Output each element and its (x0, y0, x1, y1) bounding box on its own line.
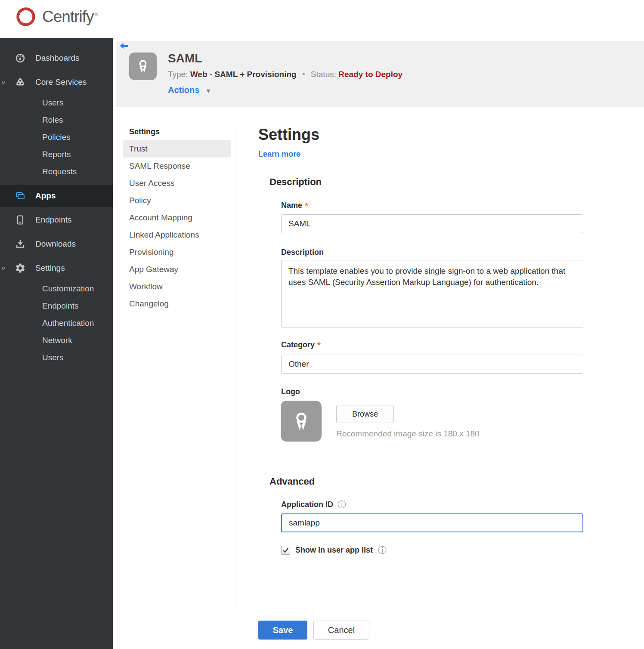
save-button[interactable]: Save (258, 621, 307, 640)
sidebar-item-core-services[interactable]: ∨ Core Services (0, 72, 113, 93)
vertical-divider (236, 128, 236, 611)
name-field[interactable] (281, 214, 583, 233)
sidebar-subitem-label: Reports (42, 150, 71, 159)
actions-label: Actions (168, 85, 199, 95)
back-arrow-icon (119, 41, 129, 51)
centrify-logo-icon (15, 6, 37, 28)
gear-icon (15, 263, 26, 274)
sidebar-item-requests[interactable]: Requests (0, 163, 113, 180)
sidebar-item-label: Apps (35, 191, 56, 201)
cancel-button[interactable]: Cancel (313, 621, 369, 640)
sidebar-item-label: Downloads (35, 239, 76, 249)
logo-label: Logo (281, 387, 300, 396)
subnav-item-label: SAML Response (129, 161, 190, 171)
subnav-item-label: App Gateway (129, 265, 178, 274)
form-footer: Save Cancel (258, 621, 369, 640)
sidebar-item-authentication[interactable]: Authentication (0, 315, 113, 332)
info-icon[interactable]: ⓘ (337, 499, 346, 510)
sidebar-item-endpoints[interactable]: Endpoints (0, 210, 113, 230)
sidebar-subitem-label: Requests (42, 167, 77, 176)
gauge-icon (15, 53, 26, 64)
subnav-item-linked-applications[interactable]: Linked Applications (123, 226, 231, 244)
brand-name: Centrify® (42, 8, 98, 26)
ribbon-badge-icon (289, 409, 313, 433)
sidebar-item-dashboards[interactable]: Dashboards (0, 48, 113, 68)
status-label: Status: (311, 70, 336, 79)
chevron-down-icon: ∨ (1, 265, 6, 272)
brand-trademark: ® (94, 12, 97, 17)
description-label: Description (281, 248, 324, 257)
sidebar-item-policies[interactable]: Policies (0, 129, 113, 146)
name-label: Name* (281, 201, 308, 211)
sidebar-item-settings[interactable]: ∨ Settings (0, 258, 113, 278)
chevron-down-icon: ∨ (1, 79, 6, 86)
subnav-item-label: User Access (129, 179, 175, 188)
app-meta: Type: Web - SAML + Provisioning • Status… (168, 70, 402, 79)
sidebar: Dashboards ∨ Core Services Users Roles P… (0, 38, 113, 649)
type-value: Web - SAML + Provisioning (190, 70, 297, 79)
logo-size-hint: Recommended image size is 180 x 180 (336, 429, 480, 439)
checkmark-icon (282, 547, 289, 554)
sidebar-item-network[interactable]: Network (0, 332, 113, 349)
app-subnav: Settings Trust SAML Response User Access… (123, 123, 231, 312)
sidebar-item-label: Endpoints (35, 215, 72, 225)
description-field[interactable]: This template enables you to provide sin… (281, 260, 583, 328)
category-field[interactable] (281, 355, 583, 374)
category-label: Category* (281, 340, 321, 350)
download-icon (15, 238, 26, 250)
required-asterisk: * (305, 201, 308, 210)
sidebar-item-reports[interactable]: Reports (0, 146, 113, 163)
sidebar-subitem-label: Endpoints (42, 301, 79, 311)
sidebar-item-label: Dashboards (35, 53, 79, 63)
show-in-user-app-list-checkbox[interactable] (281, 546, 290, 555)
sidebar-subitem-label: Customization (42, 284, 94, 294)
sidebar-item-settings-users[interactable]: Users (0, 349, 113, 366)
status-badge: Ready to Deploy (338, 70, 402, 79)
sidebar-subitem-label: Authentication (42, 318, 94, 328)
subnav-item-account-mapping[interactable]: Account Mapping (123, 209, 231, 226)
subnav-item-label: Trust (129, 144, 148, 154)
sidebar-item-users[interactable]: Users (0, 94, 113, 111)
device-icon (15, 214, 26, 226)
subnav-item-workflow[interactable]: Workflow (123, 278, 231, 295)
learn-more-link[interactable]: Learn more (258, 150, 300, 159)
actions-dropdown[interactable]: Actions ▼ (168, 85, 211, 95)
application-id-label: Application ID ⓘ (281, 499, 346, 510)
show-in-user-app-list-row: Show in user app list ⓘ (281, 544, 387, 556)
subnav-header: Settings (123, 123, 231, 140)
subnav-item-label: Provisioning (129, 247, 174, 257)
content-area: SAML Type: Web - SAML + Provisioning • S… (113, 38, 644, 649)
description-section-heading: Description (269, 176, 322, 188)
ribbon-badge-icon (134, 58, 152, 75)
sidebar-subitem-label: Network (42, 336, 72, 345)
sidebar-item-label: Settings (35, 263, 65, 273)
required-asterisk: * (317, 340, 321, 350)
subnav-item-label: Changelog (129, 299, 169, 309)
sidebar-item-roles[interactable]: Roles (0, 111, 113, 129)
subnav-item-policy[interactable]: Policy (123, 192, 231, 209)
subnav-item-saml-response[interactable]: SAML Response (123, 158, 231, 175)
subnav-item-label: Policy (129, 196, 151, 205)
advanced-section-heading: Advanced (269, 476, 315, 487)
brand: Centrify® (15, 6, 98, 28)
sidebar-subitem-label: Users (42, 98, 64, 108)
logo-preview (281, 401, 322, 442)
application-id-field[interactable] (281, 513, 583, 532)
sidebar-subitem-label: Roles (42, 115, 63, 125)
subnav-item-trust[interactable]: Trust (123, 140, 231, 158)
subnav-item-app-gateway[interactable]: App Gateway (123, 261, 231, 278)
application-id-label-text: Application ID (281, 500, 333, 509)
sidebar-item-downloads[interactable]: Downloads (0, 234, 113, 254)
subnav-item-user-access[interactable]: User Access (123, 175, 231, 192)
type-label: Type: (168, 70, 188, 79)
settings-form: Settings Learn more Description Name* De… (258, 123, 611, 649)
subnav-item-provisioning[interactable]: Provisioning (123, 244, 231, 261)
subnav-item-changelog[interactable]: Changelog (123, 295, 231, 312)
sidebar-item-settings-endpoints[interactable]: Endpoints (0, 297, 113, 315)
back-button[interactable] (119, 41, 129, 51)
sidebar-item-customization[interactable]: Customization (0, 280, 113, 297)
info-icon[interactable]: ⓘ (378, 544, 387, 556)
subnav-item-label: Workflow (129, 282, 163, 291)
sidebar-item-apps[interactable]: Apps (0, 185, 113, 207)
browse-button[interactable]: Browse (336, 405, 394, 423)
